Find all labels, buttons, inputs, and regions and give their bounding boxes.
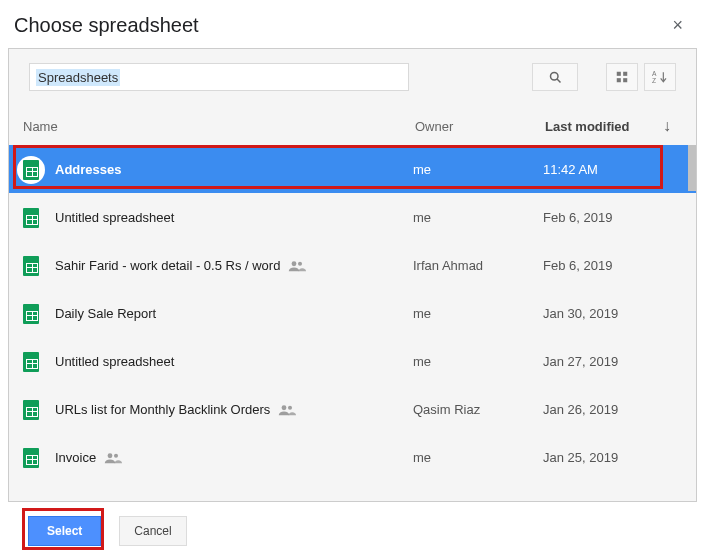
search-input[interactable]: Spreadsheets (36, 69, 120, 86)
search-button[interactable] (532, 63, 578, 91)
svg-rect-2 (617, 72, 621, 76)
file-list: Addresses me 11:42 AM Untitled spreadshe… (9, 145, 696, 481)
view-sort-group: AZ (606, 63, 676, 91)
file-name: Invoice (55, 450, 96, 465)
file-modified: Jan 30, 2019 (543, 306, 653, 321)
file-row[interactable]: URLs list for Monthly Backlink Orders Qa… (9, 385, 696, 433)
dialog-footer: Select Cancel (0, 502, 705, 546)
file-modified: 11:42 AM (543, 162, 653, 177)
search-icon (548, 70, 563, 85)
scrollbar[interactable] (688, 145, 696, 191)
header-last-modified[interactable]: Last modified (545, 119, 651, 134)
dialog-title: Choose spreadsheet (14, 14, 199, 37)
file-owner: me (413, 450, 543, 465)
sheets-icon (19, 350, 43, 374)
file-owner: Qasim Riaz (413, 402, 543, 417)
sheets-icon (17, 156, 45, 184)
file-row[interactable]: Untitled spreadsheet me Feb 6, 2019 (9, 193, 696, 241)
file-picker: Spreadsheets AZ Name Owner Last modified… (8, 48, 697, 502)
shared-icon (288, 260, 306, 272)
svg-point-10 (298, 261, 302, 265)
file-owner: Irfan Ahmad (413, 258, 543, 273)
search-input-wrap[interactable]: Spreadsheets (29, 63, 409, 91)
file-name: URLs list for Monthly Backlink Orders (55, 402, 270, 417)
choose-spreadsheet-dialog: Choose spreadsheet × Spreadsheets AZ Nam… (0, 0, 705, 557)
shared-icon (104, 452, 122, 464)
svg-point-14 (114, 453, 118, 457)
file-modified: Jan 26, 2019 (543, 402, 653, 417)
column-headers: Name Owner Last modified ↓ (9, 97, 696, 145)
file-row[interactable]: Daily Sale Report me Jan 30, 2019 (9, 289, 696, 337)
dialog-titlebar: Choose spreadsheet × (0, 0, 705, 48)
file-row[interactable]: Addresses me 11:42 AM (9, 145, 696, 193)
svg-point-13 (108, 453, 113, 458)
svg-point-0 (550, 72, 558, 80)
svg-rect-4 (617, 78, 621, 82)
file-name: Addresses (55, 162, 121, 177)
file-modified: Jan 25, 2019 (543, 450, 653, 465)
header-owner[interactable]: Owner (415, 119, 545, 134)
file-name: Untitled spreadsheet (55, 354, 174, 369)
sort-direction-icon[interactable]: ↓ (651, 117, 671, 135)
svg-text:Z: Z (652, 77, 656, 84)
svg-point-9 (292, 261, 297, 266)
picker-toolbar: Spreadsheets AZ (9, 49, 696, 97)
file-row[interactable]: Sahir Farid - work detail - 0.5 Rs / wor… (9, 241, 696, 289)
svg-point-12 (288, 405, 292, 409)
file-owner: me (413, 306, 543, 321)
sheets-icon (19, 302, 43, 326)
sheets-icon (19, 254, 43, 278)
file-modified: Feb 6, 2019 (543, 210, 653, 225)
svg-rect-3 (623, 72, 627, 76)
file-modified: Feb 6, 2019 (543, 258, 653, 273)
file-owner: me (413, 162, 543, 177)
grid-view-button[interactable] (606, 63, 638, 91)
shared-icon (278, 404, 296, 416)
file-modified: Jan 27, 2019 (543, 354, 653, 369)
sort-az-button[interactable]: AZ (644, 63, 676, 91)
grid-view-icon (615, 70, 629, 84)
file-row[interactable]: Untitled spreadsheet me Jan 27, 2019 (9, 337, 696, 385)
svg-rect-5 (623, 78, 627, 82)
sheets-icon (19, 206, 43, 230)
sheets-icon (19, 446, 43, 470)
svg-line-1 (557, 79, 560, 82)
file-name: Untitled spreadsheet (55, 210, 174, 225)
svg-point-11 (282, 405, 287, 410)
svg-text:A: A (652, 70, 657, 77)
select-button[interactable]: Select (28, 516, 101, 546)
file-name: Sahir Farid - work detail - 0.5 Rs / wor… (55, 258, 280, 273)
sort-az-icon: AZ (652, 70, 668, 84)
sheets-icon (19, 398, 43, 422)
close-button[interactable]: × (668, 12, 687, 38)
cancel-button[interactable]: Cancel (119, 516, 186, 546)
file-name: Daily Sale Report (55, 306, 156, 321)
file-owner: me (413, 210, 543, 225)
file-row[interactable]: Invoice me Jan 25, 2019 (9, 433, 696, 481)
header-name[interactable]: Name (23, 119, 415, 134)
file-owner: me (413, 354, 543, 369)
